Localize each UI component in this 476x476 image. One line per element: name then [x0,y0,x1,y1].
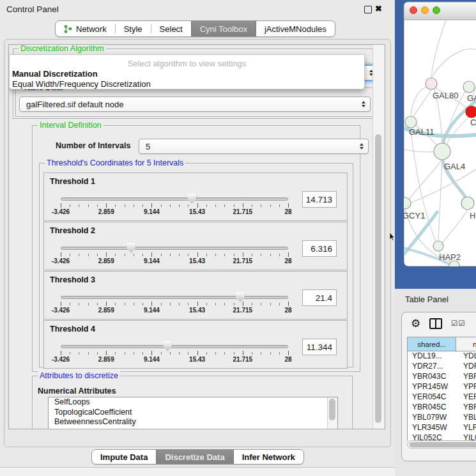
slider-track[interactable] [61,296,288,299]
slider-thumb[interactable] [127,243,135,253]
top-tab-bar: Network Style Select Cyni Toolbox jActiv… [55,20,335,37]
svg-text:GAL80: GAL80 [433,91,458,100]
table-data-combobox[interactable]: galFiltered.sif default node [19,96,371,112]
table-body: YDL19...YDL19...YDR27...YDR27...YBR043CY… [408,351,476,441]
number-of-intervals-label: Number of Intervals [56,141,130,150]
table-cell[interactable]: YDL19... [457,351,476,362]
table-row[interactable]: YLR345WYLR345W [408,423,476,433]
checkbox-icons[interactable]: ☑☑ [451,319,466,328]
float-window-icon[interactable] [364,6,372,13]
svg-text:H: H [470,211,475,220]
threshold-4-value-field[interactable]: 11.344 [302,339,337,355]
list-item[interactable]: SelfLoops [49,397,337,408]
list-item[interactable]: BetweennessCentrality [49,417,337,427]
tab-impute-data[interactable]: Impute Data [92,450,156,464]
control-panel-window: Control Panel ✖ Network Style Select Cyn… [0,0,395,468]
close-traffic-light[interactable] [410,7,417,14]
threshold-3-panel: Threshold 3 -3.4262.8599.14415.4321.7152… [43,271,348,319]
table-cell[interactable]: YBR043C [457,372,476,382]
slider-track[interactable] [61,247,288,250]
table-row[interactable]: YDR27...YDR27... [408,362,476,372]
threshold-3-slider[interactable]: -3.4262.8599.14415.4321.71528 [61,295,288,316]
node-h[interactable] [461,197,474,210]
tab-cyni-toolbox[interactable]: Cyni Toolbox [191,21,256,36]
tab-network[interactable]: Network [56,21,115,36]
node-hap2[interactable] [433,241,443,251]
table-cell[interactable]: YPR145W [408,382,457,392]
column-header-shared-name[interactable]: shared... [408,337,456,351]
table-cell[interactable]: YLR345W [457,423,476,433]
numerical-attributes-list[interactable]: SelfLoops TopologicalCoefficient Between… [48,397,338,429]
table-row[interactable]: YER054CYER054C [408,392,476,403]
threshold-2-value-field[interactable]: 6.316 [302,240,337,257]
table-row[interactable]: YPR145WYPR145W [408,382,476,392]
threshold-coordinates-group: Threshold's Coordinates for 5 Intervals … [39,163,353,367]
node-selected-red[interactable] [466,106,476,118]
attributes-group: Attributes to discretize Numerical Attri… [32,376,353,429]
panel-scrollbar[interactable] [372,45,384,429]
slider-tick-labels: -3.4262.8599.14415.4321.71528 [61,257,288,265]
slider-thumb[interactable] [236,292,245,302]
split-columns-icon[interactable] [429,318,442,329]
table-cell[interactable]: YBR045C [408,403,457,413]
slider-track[interactable] [61,197,288,201]
table-panel-window: ⚙ ☑☑ shared... n YDL19...YDL19...YDR27..… [401,312,476,461]
table-horizontal-scrollbar[interactable] [407,440,476,449]
minimize-traffic-light[interactable] [422,7,429,14]
dropdown-item-manual[interactable]: Manual Discretization [12,69,98,79]
zoom-traffic-light[interactable] [433,7,440,14]
stepper-icon [362,101,365,107]
algorithm-dropdown-popup: Select algorithm to view settings Manual… [9,54,365,89]
screen: Control Panel ✖ Network Style Select Cyn… [0,0,476,476]
threshold-4-slider[interactable]: -3.4262.8599.14415.4321.71528 [61,344,288,365]
table-cell[interactable]: YBL079W [408,413,457,423]
attributes-group-title: Attributes to discretize [38,371,120,381]
table-cell[interactable]: YPR145W [457,382,476,392]
dropdown-item-equal-width[interactable]: Equal Width/Frequency Discretization [12,79,151,89]
slider-track[interactable] [61,345,288,348]
threshold-2-slider[interactable]: -3.4262.8599.14415.4321.71528 [61,245,288,267]
threshold-1-slider[interactable]: -3.4262.8599.14415.4321.71528 [61,196,288,218]
table-cell[interactable]: YDL19... [408,351,457,362]
table-cell[interactable]: YBR045C [457,403,476,413]
table-cell[interactable]: YDR27... [457,362,476,372]
table-panel-title: Table Panel [405,295,449,304]
table-row[interactable]: YBR043CYBR043C [408,372,476,382]
table-header-row: shared... n [408,337,476,351]
node-gal11[interactable] [405,116,417,128]
node-gal4[interactable] [434,143,450,160]
tab-infer-network[interactable]: Infer Network [234,450,303,464]
table-cell[interactable]: YER054C [408,392,457,403]
table-row[interactable]: YBR045CYBR045C [408,403,476,413]
list-item[interactable]: TopologicalCoefficient [49,408,337,418]
slider-thumb[interactable] [163,341,172,351]
close-icon[interactable]: ✖ [375,4,382,13]
slider-tick-labels: -3.4262.8599.14415.4321.71528 [61,208,288,216]
tab-jactivemnodules[interactable]: jActiveMNodules [256,21,335,36]
discretization-algorithm-title: Discretization Algorithm [19,44,106,54]
table-cell[interactable]: YLR345W [408,423,457,433]
number-of-intervals-combobox[interactable]: 5 [139,139,369,154]
threshold-1-value-field[interactable]: 14.713 [302,191,337,208]
svg-text:GCY1: GCY1 [403,211,425,220]
node-gal80[interactable] [426,78,437,89]
table-cell[interactable]: YBR043C [408,372,457,382]
slider-thumb[interactable] [187,194,196,204]
table-cell[interactable]: YER054C [457,392,476,403]
threshold-coordinates-title: Threshold's Coordinates for 5 Intervals [45,158,185,168]
threshold-3-value-field[interactable]: 21.4 [302,289,337,306]
svg-text:GAL4: GAL4 [444,162,465,171]
column-header-name[interactable]: n [456,337,476,351]
tab-discretize-data[interactable]: Discretize Data [156,450,233,464]
table-cell[interactable]: YDR27... [408,362,457,372]
gear-icon[interactable]: ⚙ [411,318,420,329]
table-data-group: Table Data galFiltered.sif default node [15,88,376,117]
slider-ticks [61,302,288,307]
table-cell[interactable]: YBL079W [457,413,476,423]
list-scrollbar[interactable] [327,397,337,429]
node-ga[interactable] [463,81,475,93]
table-row[interactable]: YBL079WYBL079W [408,413,476,423]
table-row[interactable]: YDL19...YDL19... [408,351,476,362]
tab-select[interactable]: Select [151,21,191,36]
tab-style[interactable]: Style [116,21,151,36]
